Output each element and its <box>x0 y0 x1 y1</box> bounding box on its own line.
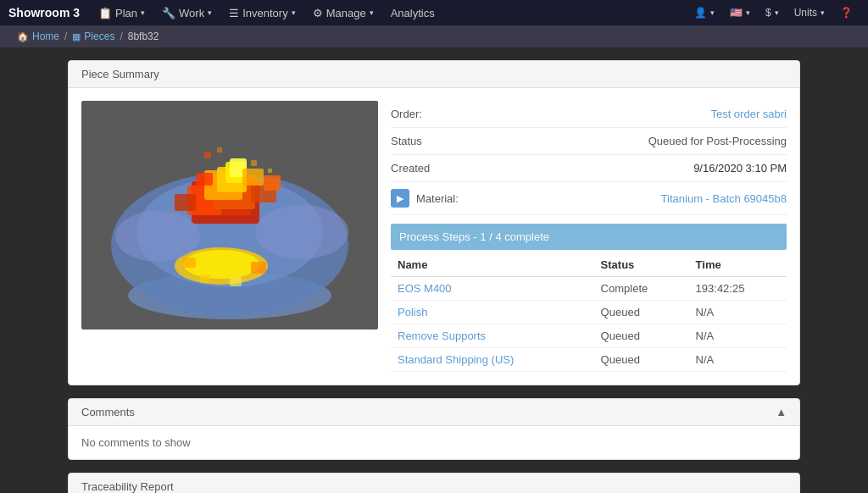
process-table-header-row: Name Status Time <box>391 253 787 277</box>
piece-summary-body: Order: Test order sabri Status Queued fo… <box>69 88 799 385</box>
process-row-time: N/A <box>689 324 787 348</box>
process-row-status: Queued <box>594 348 689 372</box>
process-row-time: N/A <box>689 301 787 324</box>
piece-summary-card: Piece Summary <box>68 60 800 385</box>
currency-icon: $ <box>765 7 771 19</box>
process-row-time: 193:42:25 <box>689 277 787 301</box>
plan-caret-icon: ▾ <box>141 8 145 17</box>
piece-3d-view <box>81 101 378 330</box>
process-row-status: Queued <box>594 324 689 348</box>
manage-caret-icon: ▾ <box>370 8 374 17</box>
process-table-row: Remove SupportsQueuedN/A <box>391 324 787 348</box>
inventory-caret-icon: ▾ <box>292 8 296 17</box>
svg-rect-21 <box>200 274 210 283</box>
currency-caret-icon: ▾ <box>775 8 779 17</box>
svg-rect-25 <box>251 160 257 166</box>
nav-user[interactable]: 👤 ▾ <box>687 7 721 19</box>
plan-icon: 📋 <box>98 7 112 19</box>
nav-help[interactable]: ❓ <box>833 7 860 19</box>
nav-units[interactable]: Units ▾ <box>787 7 832 19</box>
nav-currency[interactable]: $ ▾ <box>759 7 786 19</box>
svg-rect-26 <box>268 169 272 173</box>
svg-rect-19 <box>183 258 196 268</box>
col-time: Time <box>689 253 787 277</box>
process-row-status: Queued <box>594 301 689 324</box>
manage-icon: ⚙ <box>313 7 323 19</box>
created-row: Created 9/16/2020 3:10 PM <box>391 155 787 182</box>
col-name: Name <box>391 253 594 277</box>
process-table-row: EOS M400Complete193:42:25 <box>391 277 787 301</box>
nav-work[interactable]: 🔧 Work ▾ <box>155 0 219 25</box>
nav-inventory[interactable]: ☰ Inventory ▾ <box>222 0 302 25</box>
svg-rect-12 <box>175 194 196 211</box>
process-row-status: Complete <box>594 277 689 301</box>
comments-header: Comments ▲ <box>69 399 799 426</box>
inventory-icon: ☰ <box>229 7 239 19</box>
user-caret-icon: ▾ <box>710 8 715 17</box>
process-table-row: PolishQueuedN/A <box>391 301 787 324</box>
breadcrumb-sep-2: / <box>120 30 122 42</box>
process-table: Name Status Time EOS M400Complete193:42:… <box>391 253 787 372</box>
breadcrumb-current: 8bfb32 <box>128 30 159 42</box>
nav-plan[interactable]: 📋 Plan ▾ <box>92 0 152 25</box>
nav-flag[interactable]: 🇺🇸 ▾ <box>723 7 757 19</box>
comments-collapse-icon[interactable]: ▲ <box>776 406 787 418</box>
process-row-time: N/A <box>689 348 787 372</box>
comments-card: Comments ▲ No comments to show <box>68 398 800 460</box>
flag-icon: 🇺🇸 <box>730 7 743 19</box>
svg-rect-14 <box>264 175 281 191</box>
page-content: Piece Summary <box>0 47 868 493</box>
user-icon: 👤 <box>694 7 707 19</box>
nav-manage[interactable]: ⚙ Manage ▾ <box>306 0 381 25</box>
process-table-row: Standard Shipping (US)QueuedN/A <box>391 348 787 372</box>
nav-right-section: 👤 ▾ 🇺🇸 ▾ $ ▾ Units ▾ ❓ <box>687 7 860 19</box>
process-row-name[interactable]: Polish <box>391 301 594 324</box>
process-row-name[interactable]: Standard Shipping (US) <box>391 348 594 372</box>
svg-rect-15 <box>242 169 264 186</box>
svg-rect-16 <box>196 173 213 186</box>
traceability-header: Traceability Report <box>69 474 799 493</box>
pieces-icon: ▦ <box>72 31 81 42</box>
material-expand-icon[interactable]: ▶ <box>391 189 409 208</box>
process-steps-header: Process Steps - 1 / 4 complete <box>391 224 787 250</box>
col-status: Status <box>594 253 689 277</box>
comments-body: No comments to show <box>69 426 799 459</box>
svg-rect-23 <box>204 152 211 158</box>
traceability-card: Traceability Report Filter ▾ Export Repo… <box>68 473 800 493</box>
svg-rect-20 <box>251 262 266 274</box>
process-row-name[interactable]: Remove Supports <box>391 324 594 348</box>
breadcrumb-home-link[interactable]: 🏠 Home <box>17 30 59 42</box>
work-caret-icon: ▾ <box>208 8 212 17</box>
svg-rect-24 <box>217 147 222 152</box>
material-row: ▶ Material: Titanium - Batch 69045b8 <box>391 182 787 215</box>
order-row: Order: Test order sabri <box>391 101 787 128</box>
help-icon: ❓ <box>840 7 853 19</box>
breadcrumb: 🏠 Home / ▦ Pieces / 8bfb32 <box>0 25 868 47</box>
piece-details-panel: Order: Test order sabri Status Queued fo… <box>391 101 787 372</box>
nav-analytics[interactable]: Analytics <box>384 0 442 25</box>
breadcrumb-pieces-link[interactable]: ▦ Pieces <box>72 30 114 42</box>
flag-caret-icon: ▾ <box>746 8 750 17</box>
piece-summary-header: Piece Summary <box>69 61 799 88</box>
process-row-name[interactable]: EOS M400 <box>391 277 594 301</box>
svg-point-28 <box>255 205 348 259</box>
breadcrumb-sep-1: / <box>64 30 67 42</box>
units-caret-icon: ▾ <box>821 8 825 17</box>
home-icon: 🏠 <box>17 31 29 42</box>
svg-point-27 <box>115 211 200 262</box>
status-row: Status Queued for Post-Processing <box>391 128 787 155</box>
top-nav: Showroom 3 📋 Plan ▾ 🔧 Work ▾ ☰ Inventory… <box>0 0 868 25</box>
work-icon: 🔧 <box>162 7 175 19</box>
brand-label: Showroom 3 <box>8 6 80 19</box>
svg-rect-22 <box>230 277 242 286</box>
